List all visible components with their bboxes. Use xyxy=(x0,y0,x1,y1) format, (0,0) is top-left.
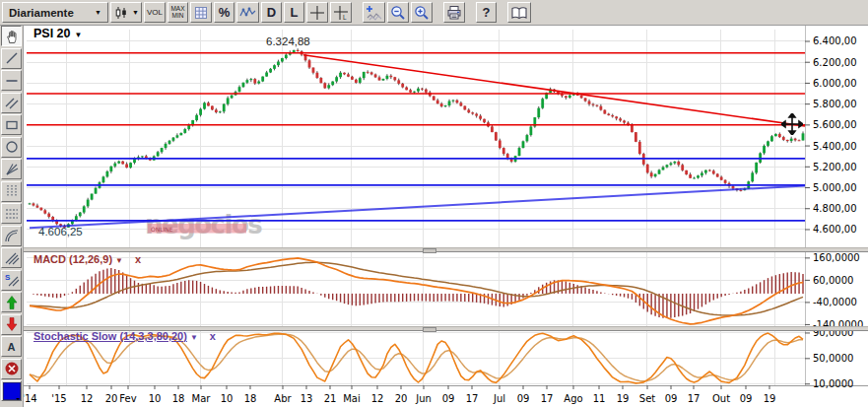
low-price-annotation: 4.606,25 xyxy=(38,226,83,237)
zoom-out-icon xyxy=(390,5,406,21)
x-axis-label: Fev xyxy=(119,393,136,404)
y-axis-label: 5.200,00 xyxy=(813,162,857,172)
horizontal-dashes-icon xyxy=(4,206,20,222)
chevron-down-icon[interactable]: ▼ xyxy=(115,256,123,265)
day-mode-button[interactable]: D xyxy=(261,2,282,23)
chart-application: Diariamente▼▼VOLMAX MIN%DLL? SA negocios… xyxy=(0,0,868,407)
delete-tool[interactable] xyxy=(1,359,22,379)
rectangle-tool[interactable] xyxy=(1,114,22,135)
macd-series xyxy=(30,258,803,324)
arrow-down-tool[interactable] xyxy=(1,314,22,335)
x-axis-label: 17 xyxy=(466,393,479,404)
chevron-down-icon: ▼ xyxy=(75,31,83,39)
pan-hand-tool[interactable] xyxy=(1,26,22,46)
volume-button[interactable]: VOL xyxy=(144,2,166,23)
fibonacci-time-zones-tool[interactable] xyxy=(1,181,22,202)
candlestick-icon xyxy=(113,5,129,21)
x-axis-label: Jul xyxy=(493,393,505,404)
chevron-down-icon[interactable]: ▼ xyxy=(190,333,198,342)
print-button[interactable] xyxy=(443,2,465,23)
y-axis-label: 60,0000 xyxy=(813,275,853,286)
stoch-close-button[interactable]: x xyxy=(210,330,216,342)
max-min-button-label: MAX MIN xyxy=(170,6,184,19)
x-axis-label: 18 xyxy=(244,393,257,404)
x-axis-label: Ago xyxy=(564,393,582,404)
grid-toggle-button[interactable] xyxy=(190,2,212,23)
x-axis-label: 11 xyxy=(593,393,606,404)
y-axis-label: -40,0000 xyxy=(813,297,857,307)
macd-close-button[interactable]: x xyxy=(135,253,141,265)
high-price-annotation: 6.324,88 xyxy=(266,35,310,47)
fibonacci-retracement-tool[interactable] xyxy=(1,203,22,224)
speed-s-icon: S xyxy=(4,272,20,288)
ellipse-tool[interactable] xyxy=(1,137,22,158)
volume-button-label: VOL xyxy=(147,8,163,17)
max-min-button[interactable]: MAX MIN xyxy=(167,2,188,23)
watermark: negociosONLINE xyxy=(145,210,262,239)
x-axis-label: 09 xyxy=(665,393,678,404)
y-axis-label: 5.400,00 xyxy=(813,141,857,152)
speed-resistance-tool[interactable]: S xyxy=(1,270,22,291)
fan-lines-tool[interactable] xyxy=(1,159,22,179)
hand-icon xyxy=(4,29,20,44)
chevron-down-icon: ▼ xyxy=(132,9,139,16)
x-axis-label: 20 xyxy=(395,393,408,404)
arrow-up-tool[interactable] xyxy=(1,292,22,312)
min-max-markers-button[interactable] xyxy=(236,2,259,23)
pane-splitter[interactable] xyxy=(24,247,868,252)
y-axis-label: 50,0000 xyxy=(813,353,853,364)
grid-icon xyxy=(193,5,209,21)
stoch-title[interactable]: Stochastic Slow (14,3,3,80,20) xyxy=(33,330,187,342)
delete-icon xyxy=(4,361,20,376)
color-picker[interactable] xyxy=(1,380,22,401)
chart-canvas[interactable]: negociosONLINE6.400,006.200,006.000,005.… xyxy=(24,26,868,407)
y-axis-label: 10,0000 xyxy=(813,378,853,389)
x-axis-label: 17 xyxy=(688,393,701,404)
chart-type-select-dropdown[interactable]: ▼ xyxy=(110,2,142,23)
speed-lines-tool[interactable] xyxy=(1,247,22,268)
arrow-down-icon xyxy=(4,316,20,332)
symbol-dropdown[interactable]: PSI 20▼ xyxy=(33,27,82,40)
trend-line-tool[interactable] xyxy=(1,48,22,69)
period-select-dropdown[interactable]: Diariamente▼ xyxy=(2,2,108,23)
add-study-button[interactable] xyxy=(363,2,385,23)
ellipse-icon xyxy=(4,139,20,155)
horizontal-line-tool[interactable] xyxy=(1,70,22,91)
help-button[interactable]: ? xyxy=(476,2,497,23)
zoom-in-button[interactable] xyxy=(411,2,433,23)
fibonacci-arcs-tool[interactable] xyxy=(1,226,22,246)
zoom-out-button[interactable] xyxy=(387,2,409,23)
add-study-icon xyxy=(366,5,382,21)
rectangle-icon xyxy=(4,117,20,133)
period-select-dropdown-label: Diariamente xyxy=(9,7,74,19)
help-button-label: ? xyxy=(482,5,490,20)
percent-scale-button[interactable]: % xyxy=(214,2,234,23)
candlestick-series xyxy=(29,48,805,228)
symbol-label: PSI 20 xyxy=(33,27,71,40)
chart-region: negociosONLINE6.400,006.200,006.000,005.… xyxy=(24,26,868,407)
text-tool-label: A xyxy=(8,341,16,353)
y-axis-label: 6.000,00 xyxy=(813,78,857,89)
parallel-lines-tool[interactable] xyxy=(1,93,22,113)
crosshair-button[interactable] xyxy=(306,2,328,23)
crosshair-label-button[interactable]: L xyxy=(330,2,352,23)
cross-l-icon: L xyxy=(333,5,349,21)
watermark-subtext: ONLINE xyxy=(151,226,173,233)
book-button[interactable] xyxy=(507,2,531,23)
x-axis-label: 10 xyxy=(149,393,162,404)
splitter-handle-icon[interactable] xyxy=(423,327,436,332)
macd-title[interactable]: MACD (12,26,9) xyxy=(33,253,112,265)
parallel-lines-icon xyxy=(4,95,20,110)
move-cursor-icon xyxy=(781,113,803,139)
line-chart-button[interactable]: L xyxy=(284,2,304,23)
x-axis-label: Abr xyxy=(274,393,292,404)
text-tool[interactable]: A xyxy=(1,336,22,357)
drawing-toolbar: SA xyxy=(0,26,24,407)
x-axis-label: 17 xyxy=(541,393,554,404)
speed-lines-icon xyxy=(4,250,20,266)
x-axis-label: 21 xyxy=(324,393,337,404)
x-axis-label: Jun xyxy=(415,393,432,404)
percent-scale-button-label: % xyxy=(219,5,231,20)
x-axis-label: 13 xyxy=(300,393,313,404)
splitter-handle-icon[interactable] xyxy=(423,248,436,253)
